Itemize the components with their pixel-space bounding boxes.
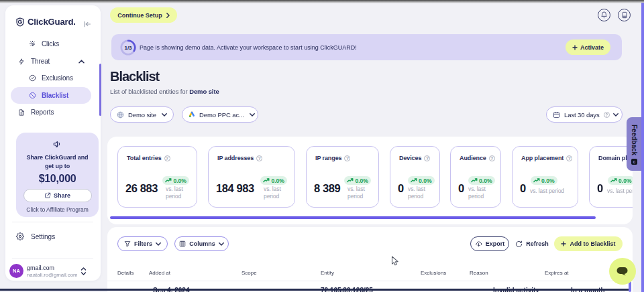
svg-text:Feedback: Feedback [631, 125, 638, 156]
